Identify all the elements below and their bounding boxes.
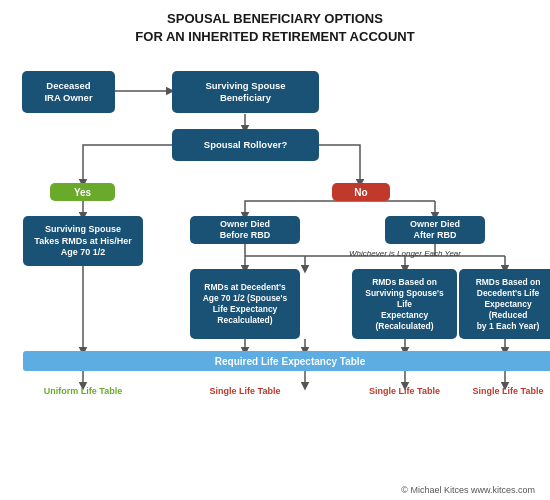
owner-died-after-box: Owner Died After RBD	[385, 216, 485, 244]
single-life-1-label: Single Life Table	[190, 386, 300, 398]
footer: © Michael Kitces www.kitces.com	[15, 485, 535, 495]
required-life-bar: Required Life Expectancy Table	[23, 351, 550, 371]
surviving-spouse-box: Surviving Spouse Beneficiary	[172, 71, 319, 113]
spousal-rollover-box: Spousal Rollover?	[172, 129, 319, 161]
rmds-surviving-box: RMDs Based on Surviving Spouse's Life Ex…	[352, 269, 457, 339]
single-life-2-label: Single Life Table	[352, 386, 457, 398]
owner-died-before-box: Owner Died Before RBD	[190, 216, 300, 244]
uniform-life-label: Uniform Life Table	[23, 386, 143, 398]
rmds-decedent-reduced-box: RMDs Based on Decedent's Life Expectancy…	[459, 269, 550, 339]
single-life-3-label: Single Life Table	[459, 386, 550, 398]
yes-box: Yes	[50, 183, 115, 201]
main-container: SPOUSAL BENEFICIARY OPTIONS FOR AN INHER…	[0, 0, 550, 500]
surviving-rmds-box: Surviving Spouse Takes RMDs at His/Her A…	[23, 216, 143, 266]
no-box: No	[332, 183, 390, 201]
whichever-longer-label: Whichever is Longer Each Year	[305, 249, 505, 258]
rmds-decedent-box: RMDs at Decedent's Age 70 1/2 (Spouse's …	[190, 269, 300, 339]
deceased-owner-box: Deceased IRA Owner	[22, 71, 115, 113]
flowchart: Deceased IRA Owner Surviving Spouse Bene…	[15, 56, 535, 482]
page-title: SPOUSAL BENEFICIARY OPTIONS FOR AN INHER…	[135, 10, 414, 46]
